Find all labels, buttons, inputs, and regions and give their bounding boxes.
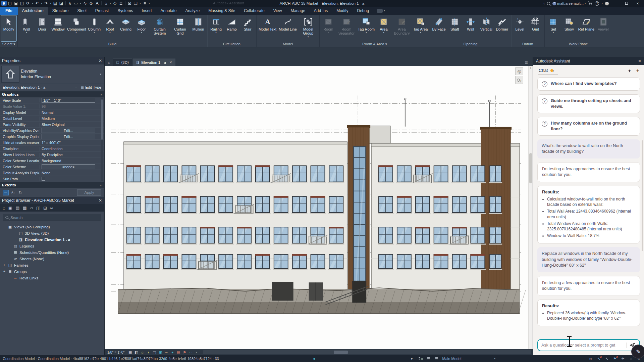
view-scale-button[interactable]: 1/8" = 1'-0": [105, 350, 127, 354]
tool-level[interactable]: .1Level: [512, 15, 528, 41]
horizontal-scroll-handle[interactable]: [334, 351, 348, 354]
tool-wall[interactable]: Wall: [463, 15, 478, 41]
sort-descending-icon[interactable]: Z↓: [17, 190, 23, 195]
ribbon-group-label[interactable]: Opening: [430, 41, 511, 47]
search-input[interactable]: Search: [3, 214, 101, 221]
worksets-caret-icon[interactable]: ▾: [410, 357, 414, 361]
zoom-icon[interactable]: ▾: [515, 76, 523, 84]
property-row[interactable]: Show Hidden LinesBy Discipline: [0, 152, 104, 158]
tool-component[interactable]: Component▾: [66, 15, 86, 41]
property-row[interactable]: Visibility/Graphics Ove...Edit...: [0, 128, 104, 134]
tool-ref-plane[interactable]: Ref Plane: [577, 15, 595, 41]
ribbon-tab-annotate[interactable]: Annotate: [156, 7, 181, 15]
ribbon-tab-precast[interactable]: Precast: [91, 7, 113, 15]
editable-only-toggle[interactable]: 0: [418, 357, 423, 361]
signed-in-user[interactable]: matt.arsenault... ▾: [552, 1, 586, 5]
prompt-card[interactable]: ?Where can I find view templates?: [537, 77, 640, 91]
ribbon-tab-structure[interactable]: Structure: [48, 7, 73, 15]
text-icon[interactable]: A: [94, 1, 100, 6]
tool-stair[interactable]: Stair: [240, 15, 255, 41]
property-row[interactable]: Color Scheme<none>: [0, 164, 104, 170]
tool-model-line[interactable]: Model Line: [278, 15, 298, 41]
tool-show[interactable]: Show: [561, 15, 577, 41]
extents-expand-icon[interactable]: ⌄: [99, 183, 102, 187]
design-options-icon[interactable]: ☰: [434, 357, 439, 361]
switch-windows-icon[interactable]: ❏: [133, 1, 139, 6]
reveal-hidden-icon[interactable]: ∞: [163, 350, 169, 354]
assistant-bubble-button[interactable]: ✎: [631, 345, 644, 359]
section-icon[interactable]: ◇: [112, 1, 118, 6]
sheets-icon[interactable]: ▱: [30, 206, 33, 211]
tool-curtain-grid[interactable]: Curtain Grid: [170, 15, 190, 41]
home-view-icon[interactable]: ⌂: [105, 59, 113, 66]
views-icon[interactable]: ▣: [8, 206, 12, 211]
tool-door[interactable]: Door: [35, 15, 50, 41]
tool-curtain-system[interactable]: Curtain System: [150, 15, 170, 41]
crop-region-icon[interactable]: ▣: [157, 350, 163, 355]
vertical-scroll-handle[interactable]: [529, 153, 532, 183]
tree-item-views-no-grouping-[interactable]: −▣Views (No Grouping): [0, 224, 104, 230]
ribbon-group-label[interactable]: Model: [257, 41, 319, 47]
redo-icon-caret[interactable]: ▾: [49, 1, 52, 6]
ribbon-tab-add-ins[interactable]: Add-Ins: [310, 7, 332, 15]
property-value-button[interactable]: Edit...: [42, 134, 95, 139]
legends-icon[interactable]: ▤: [15, 206, 19, 211]
apply-button[interactable]: Apply: [77, 189, 101, 196]
view-frame-icon[interactable]: ▭: [187, 350, 194, 355]
prompt-card[interactable]: ?Guide me through setting up sheets and …: [537, 94, 640, 113]
tool-tag-room[interactable]: 1Tag Room▾: [357, 15, 376, 41]
select-links-toggle[interactable]: ∞: [588, 357, 593, 361]
qat-back-icon[interactable]: ‹: [543, 1, 545, 5]
tool-by-face[interactable]: By Face: [431, 15, 446, 41]
elevation-drawing[interactable]: [105, 66, 528, 349]
ribbon-tab-modify[interactable]: Modify: [332, 7, 353, 15]
steering-wheel-icon[interactable]: ◎: [515, 67, 523, 75]
tree-item-groups[interactable]: +⊞Groups: [0, 268, 104, 275]
shadows-icon[interactable]: ◑: [145, 350, 151, 354]
modify-pin-icon[interactable]: ⊼: [67, 1, 73, 6]
prompt-card[interactable]: ?How many columns are on the ground floo…: [537, 117, 640, 136]
ribbon-group-label[interactable]: Build: [18, 41, 207, 47]
ribbon-tab-steel[interactable]: Steel: [73, 7, 91, 15]
property-row[interactable]: Color Scheme LocationBackground: [0, 158, 104, 164]
property-row[interactable]: Graphic Display OptionsEdit...: [0, 134, 104, 140]
sun-path-icon[interactable]: ☼: [139, 350, 145, 354]
sync-icon[interactable]: ⟳: [25, 1, 31, 6]
tree-item-elevation-elevation-1-a[interactable]: ◨Elevation: Elevation 1 - a: [0, 236, 104, 243]
default-3d-view-icon[interactable]: ⌂: [103, 1, 109, 6]
minimize-button[interactable]: —: [611, 1, 620, 6]
view-tab-3d[interactable]: ▢ {3D}: [113, 58, 132, 66]
close-button[interactable]: ✕: [633, 1, 642, 6]
ribbon-group-label[interactable]: Circulation: [207, 41, 256, 47]
property-row[interactable]: Detail LevelMedium: [0, 116, 104, 122]
ribbon-tab-manage[interactable]: Manage: [286, 7, 309, 15]
tool-railing[interactable]: Railing▾: [208, 15, 224, 41]
tool-dormer[interactable]: Dormer: [494, 15, 510, 41]
groups-icon[interactable]: ⊞: [43, 206, 47, 211]
edit-type-button[interactable]: ▦ Edit Type: [81, 85, 101, 89]
sparkle-icon[interactable]: ✦: [628, 68, 632, 74]
tool-shaft[interactable]: Shaft: [447, 15, 463, 41]
active-design-option[interactable]: Main Model ▾: [442, 357, 496, 361]
tool-vertical[interactable]: Vertical: [479, 15, 494, 41]
ribbon-tab-collaborate[interactable]: Collaborate: [239, 7, 269, 15]
chat-scrollbar[interactable]: [642, 140, 643, 251]
ribbon-tab-systems[interactable]: Systems: [113, 7, 137, 15]
property-value-button[interactable]: <none>: [42, 164, 95, 169]
property-value-input[interactable]: 1/8" = 1'-0": [42, 98, 95, 103]
ribbon-group-label[interactable]: Select ▾: [0, 41, 17, 47]
project-browser-close-icon[interactable]: ✕: [99, 198, 102, 203]
app-store-icon[interactable]: [588, 1, 592, 5]
graphics-collapse-icon[interactable]: ▴: [100, 93, 102, 96]
tag-icon[interactable]: ⊙: [88, 1, 94, 6]
temporary-hide-icon[interactable]: ●: [169, 350, 175, 354]
detail-level-icon[interactable]: ▦: [127, 350, 133, 355]
ribbon-tab-architecture[interactable]: Architecture: [18, 7, 48, 15]
sync-status-icon[interactable]: ●: [312, 357, 317, 361]
ribbon-tab-analyze[interactable]: Analyze: [181, 7, 204, 15]
tool-wall[interactable]: Wall▾: [19, 15, 34, 41]
reveal-constraints-icon[interactable]: ▤: [175, 350, 181, 355]
property-row[interactable]: Display ModelNormal: [0, 109, 104, 116]
tool-area[interactable]: Area▾: [376, 15, 391, 41]
vertical-scrollbar[interactable]: ▲: [528, 66, 533, 349]
